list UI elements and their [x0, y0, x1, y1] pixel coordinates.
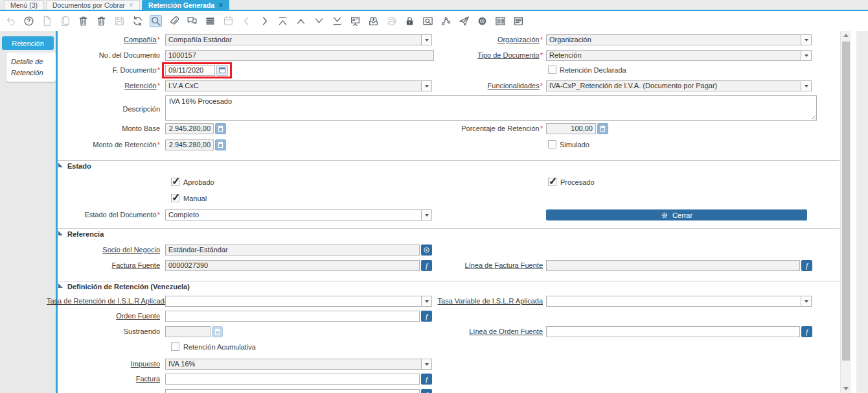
business-partner-info-button[interactable]: [421, 244, 432, 256]
chevron-down-icon[interactable]: [801, 35, 811, 45]
sustraendo-input[interactable]: [165, 326, 211, 337]
next-record-icon[interactable]: [313, 15, 325, 27]
scroll-up-icon[interactable]: [843, 34, 849, 37]
estado-documento-select[interactable]: Completo: [165, 209, 432, 220]
porcentaje-retencion-label: Porcentaje de Retención: [387, 125, 543, 132]
chat-icon[interactable]: [186, 15, 198, 27]
tipo-documento-label: Tipo de Documento: [387, 51, 543, 59]
chevron-down-icon[interactable]: [801, 51, 811, 60]
procesado-label: Procesado: [560, 178, 595, 186]
socio-negocio-input[interactable]: Estándar-Estándar: [165, 244, 420, 256]
report-icon[interactable]: [512, 15, 525, 27]
nav-left-icon[interactable]: [240, 15, 253, 27]
zoom-record-button[interactable]: ƒ: [421, 389, 432, 393]
calculator-button: [212, 326, 223, 337]
chevron-down-icon[interactable]: [801, 81, 811, 91]
delete-selection-icon[interactable]: [95, 15, 108, 27]
find-icon[interactable]: [150, 15, 162, 27]
grid-view-icon[interactable]: [204, 15, 216, 27]
factura-label: Factura: [47, 375, 160, 383]
retencion-acumulativa-checkbox[interactable]: [171, 342, 179, 351]
zoom-across-icon[interactable]: [422, 15, 434, 27]
f-documento-input[interactable]: 09/11/2020: [165, 65, 215, 76]
undo-icon[interactable]: [5, 15, 17, 27]
collapse-triangle-icon[interactable]: [58, 163, 63, 167]
linea-factura-fuente-input[interactable]: [546, 260, 800, 271]
zoom-record-button[interactable]: ƒ: [801, 326, 812, 337]
workflow-icon[interactable]: [440, 15, 452, 27]
collapse-triangle-icon[interactable]: [58, 283, 63, 288]
new-record-icon[interactable]: [41, 15, 53, 27]
sidebar-tab-retencion[interactable]: Retención: [2, 36, 54, 50]
chevron-down-icon[interactable]: [421, 359, 431, 369]
scroll-down-icon[interactable]: [843, 387, 849, 390]
zoom-record-icon: ƒ: [424, 391, 428, 393]
manual-label: Manual: [183, 195, 207, 202]
zoom-record-button[interactable]: ƒ: [801, 260, 812, 271]
attachment-icon[interactable]: [168, 15, 180, 27]
porcentaje-retencion-input[interactable]: 100,00: [546, 123, 596, 134]
tasa-variable-islr-select[interactable]: [546, 296, 812, 307]
save-icon[interactable]: [113, 15, 126, 27]
calculator-button[interactable]: [597, 123, 608, 134]
collapse-triangle-icon[interactable]: [58, 231, 63, 235]
impuesto-select[interactable]: IVA 16%: [165, 359, 432, 370]
help-icon[interactable]: [23, 15, 35, 27]
first-record-icon[interactable]: [277, 15, 289, 27]
manual-checkbox[interactable]: [171, 194, 179, 202]
orden-fuente-label: Orden Fuente: [47, 312, 160, 320]
nav-right-icon[interactable]: [258, 15, 271, 27]
retencion-declarada-checkbox[interactable]: [548, 66, 556, 74]
tab-retencion-generada[interactable]: Retención Generada: [142, 0, 229, 10]
resize-handle-icon[interactable]: [810, 113, 816, 119]
clipped-input[interactable]: [165, 389, 420, 393]
calculator-button[interactable]: [215, 123, 226, 134]
aprobado-label: Aprobado: [183, 178, 214, 186]
aprobado-checkbox[interactable]: [171, 178, 179, 186]
organizacion-select[interactable]: Organización: [546, 34, 812, 45]
refresh-icon[interactable]: [131, 15, 144, 27]
factura-fuente-input[interactable]: 0000027390: [165, 260, 420, 271]
descripcion-textarea[interactable]: IVA 16% Procesado: [165, 95, 817, 121]
tab-menu[interactable]: Menú (3): [4, 0, 44, 10]
tab-label: Menú (3): [10, 1, 38, 9]
section-divider: [58, 281, 839, 281]
barcode-icon[interactable]: [494, 15, 507, 27]
detail-view-icon[interactable]: [349, 15, 361, 27]
scrollbar-thumb[interactable]: [842, 42, 850, 361]
copy-record-icon[interactable]: [59, 15, 71, 27]
simulado-checkbox[interactable]: [548, 140, 556, 149]
orden-fuente-input[interactable]: [165, 311, 420, 322]
print-icon[interactable]: [385, 15, 398, 27]
no-documento-label: No. del Documento: [47, 51, 160, 59]
vertical-scrollbar[interactable]: [840, 31, 851, 393]
zoom-record-button[interactable]: ƒ: [421, 311, 432, 322]
cerrar-button[interactable]: Cerrar: [546, 209, 807, 220]
monto-retencion-input[interactable]: 2.945.280,00: [165, 139, 214, 150]
close-icon[interactable]: [129, 1, 133, 9]
tab-documentos-por-cobrar[interactable]: Documentos por Cobrar: [46, 0, 140, 10]
retencion-acumulativa-label: Retención Acumulativa: [183, 343, 256, 351]
retencion-declarada-label: Retención Declarada: [560, 66, 626, 74]
procesado-checkbox[interactable]: [548, 178, 556, 186]
last-record-icon[interactable]: [331, 15, 343, 27]
process-gear-icon[interactable]: [476, 15, 488, 27]
chevron-down-icon[interactable]: [421, 210, 431, 220]
linea-orden-fuente-input[interactable]: [546, 326, 800, 337]
previous-record-icon[interactable]: [295, 15, 307, 27]
calendar-icon[interactable]: [222, 15, 234, 27]
chevron-down-icon[interactable]: [801, 296, 811, 306]
section-divider: [58, 228, 839, 229]
lock-icon[interactable]: [404, 15, 416, 27]
factura-input[interactable]: [165, 374, 420, 385]
send-request-icon[interactable]: [458, 15, 470, 27]
delete-record-icon[interactable]: [77, 15, 89, 27]
close-icon[interactable]: [218, 1, 223, 9]
archive-icon[interactable]: [367, 15, 380, 27]
monto-base-input[interactable]: 2.945.280,00: [165, 123, 214, 134]
zoom-record-button[interactable]: ƒ: [421, 374, 432, 385]
calendar-picker-button[interactable]: [216, 65, 228, 76]
tipo-documento-select[interactable]: Retención: [546, 50, 812, 61]
calculator-button[interactable]: [215, 139, 226, 150]
funcionalidades-select[interactable]: IVA-CxP_Retención de I.V.A. (Documento p…: [546, 80, 812, 91]
